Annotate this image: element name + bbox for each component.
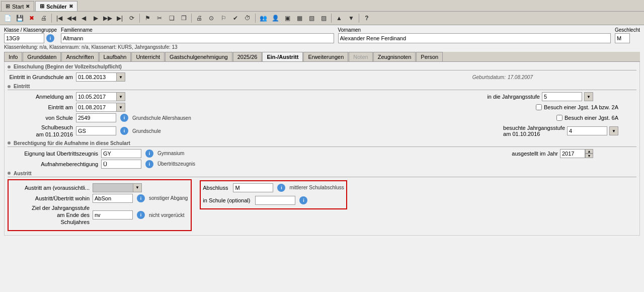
toolbar-img3-btn[interactable]: ▧	[306, 13, 317, 24]
besuch-6a-checkbox[interactable]	[556, 115, 562, 121]
toolbar-prev2-btn[interactable]: ◀◀	[66, 13, 77, 24]
abschluss-info-btn[interactable]: i	[277, 184, 285, 192]
austritt-wohin-info-btn[interactable]: i	[137, 194, 145, 202]
sub-tab-ein-austritt[interactable]: Ein-/Austritt	[262, 52, 303, 61]
toolbar-help-btn[interactable]: ?	[361, 13, 372, 24]
toolbar-new-btn[interactable]: 📄	[2, 13, 13, 24]
eintritt-am-input[interactable]	[76, 103, 116, 112]
toolbar-refresh-btn[interactable]: ⟳	[126, 13, 137, 24]
ziel-info-btn[interactable]: i	[137, 211, 145, 219]
abschluss-name: mittlerer Schulabschluss	[289, 185, 344, 190]
von-schule-info-btn[interactable]: i	[120, 114, 128, 122]
abschluss-input[interactable]	[233, 183, 273, 192]
toolbar-next-btn[interactable]: ▶	[90, 13, 101, 24]
toolbar-cmd4-btn[interactable]: ❒	[178, 13, 189, 24]
austritt-wohin-input[interactable]	[93, 194, 133, 203]
toolbar-circle-btn[interactable]: ⊙	[206, 13, 217, 24]
schulbesuch-row: Schulbesuch am 01.10.2016 i Grundschule …	[8, 124, 636, 138]
toolbar-up-btn[interactable]: ▲	[334, 13, 345, 24]
toolbar-img4-btn[interactable]: ▨	[318, 13, 329, 24]
klasse-info-btn[interactable]: i	[46, 34, 54, 42]
klasse-group: Klasse / Klassengruppe i	[4, 27, 57, 43]
toolbar-first-btn[interactable]: |◀	[54, 13, 65, 24]
jahrgangsstufe-dropdown[interactable]: ▼	[584, 92, 593, 101]
eintritt-am-dropdown[interactable]: ▼	[116, 103, 125, 112]
tab-schueler[interactable]: ⊞ Schüler ✖	[35, 1, 77, 11]
in-schule-info-btn[interactable]: i	[299, 196, 307, 204]
in-schule-input[interactable]	[255, 196, 295, 205]
sub-tab-zeugnisnoten[interactable]: Zeugnisnoten	[373, 52, 416, 61]
austritt-am-input[interactable]	[93, 183, 133, 192]
sub-tab-laufbahn[interactable]: Laufbahn	[99, 52, 131, 61]
besuchte-dropdown[interactable]: ▼	[609, 126, 618, 135]
sub-tab-anschriften[interactable]: Anschriften	[61, 52, 98, 61]
aufnahme-info-btn[interactable]: i	[145, 160, 153, 168]
toolbar-sep-3	[191, 14, 192, 23]
toolbar: 📄 💾 ✖ 🖨 |◀ ◀◀ ◀ ▶ ▶▶ ▶| ⟳ ⚑ ✂ ❑ ❒ 🖨 ⊙ ⚐ …	[0, 12, 644, 25]
sub-tab-2025[interactable]: 2025/26	[233, 52, 262, 61]
eignung-input[interactable]	[101, 149, 141, 158]
von-schule-input[interactable]	[76, 113, 116, 122]
toolbar-flag-btn[interactable]: ⚐	[218, 13, 229, 24]
austritt-am-dropdown[interactable]: ▼	[133, 183, 142, 192]
schulbesuch-info-btn[interactable]: i	[120, 127, 128, 135]
toolbar-next2-btn[interactable]: ▶▶	[102, 13, 113, 24]
jahrgangsstufe-label: in die Jahrgangsstufe	[487, 94, 540, 100]
besuch-6a-group: Besuch einer Jgst. 6A	[556, 115, 618, 121]
austritt-wohin-name: sonstiger Abgang	[149, 195, 188, 201]
toolbar-group2-btn[interactable]: 👤	[270, 13, 281, 24]
toolbar-cmd3-btn[interactable]: ❑	[166, 13, 177, 24]
toolbar-prev-btn[interactable]: ◀	[78, 13, 89, 24]
eignung-info-btn[interactable]: i	[145, 150, 153, 158]
ziel-input[interactable]	[93, 210, 133, 220]
toolbar-sep-5	[331, 14, 332, 23]
ausgestellt-up-btn[interactable]: ▲	[585, 149, 593, 154]
aufnahme-input[interactable]	[101, 160, 141, 169]
vornamen-input[interactable]	[338, 33, 611, 43]
eintritt-grundschule-input[interactable]	[76, 72, 116, 82]
eintritt-am-row: Eintritt am ▼ Besuch einer Jgst. 1A bzw.…	[8, 103, 636, 112]
ausgestellt-label: ausgestellt im Jahr	[512, 151, 558, 157]
klasse-input[interactable]	[4, 33, 44, 43]
eintritt-grundschule-dropdown[interactable]: ▼	[116, 72, 125, 82]
besuch-1a-checkbox[interactable]	[536, 104, 542, 110]
sub-tab-noten[interactable]: Noten	[349, 52, 372, 61]
sub-tab-grunddaten[interactable]: Grunddaten	[23, 52, 61, 61]
austritt-content: Austritt am (voraussichtli... ▼ Austritt…	[8, 179, 636, 232]
toolbar-img1-btn[interactable]: ▣	[282, 13, 293, 24]
tab-start[interactable]: ⊞ Start ✖	[1, 1, 34, 11]
sub-tab-unterricht[interactable]: Unterricht	[131, 52, 165, 61]
toolbar-save-btn[interactable]: 💾	[14, 13, 25, 24]
familienname-input[interactable]	[61, 33, 334, 43]
geschlecht-input[interactable]	[615, 33, 630, 43]
ausgestellt-spinner: ▲ ▼	[560, 149, 593, 158]
besuchte-input[interactable]	[567, 126, 607, 135]
tab-schueler-close[interactable]: ✖	[69, 4, 73, 9]
anmeldung-input[interactable]	[76, 92, 116, 101]
toolbar-back-btn[interactable]: ✖	[26, 13, 37, 24]
toolbar-delete-btn[interactable]: 🖨	[38, 13, 49, 24]
toolbar-last-btn[interactable]: ▶|	[114, 13, 125, 24]
sub-tab-person[interactable]: Person	[416, 52, 443, 61]
jahrgangsstufe-input[interactable]	[542, 92, 582, 101]
tab-start-close[interactable]: ✖	[26, 4, 30, 9]
toolbar-cmd2-btn[interactable]: ✂	[154, 13, 165, 24]
toolbar-down-btn[interactable]: ▼	[346, 13, 357, 24]
schulbesuch-input[interactable]	[76, 126, 116, 135]
sub-tab-bar: Info Grunddaten Anschriften Laufbahn Unt…	[4, 52, 640, 62]
toolbar-cmd1-btn[interactable]: ⚑	[142, 13, 153, 24]
ausgestellt-down-btn[interactable]: ▼	[585, 154, 593, 158]
geburtsdatum-value: 17.08.2007	[508, 75, 533, 80]
aufnahme-label: Aufnahmeberechtigung	[8, 161, 98, 167]
toolbar-clock-btn[interactable]: ⏱	[242, 13, 253, 24]
sub-tab-erweiterungen[interactable]: Erweiterungen	[303, 52, 348, 61]
sub-tab-gastschul[interactable]: Gastschulgenehmigung	[165, 52, 232, 61]
anmeldung-dropdown[interactable]: ▼	[116, 92, 125, 101]
toolbar-print-btn[interactable]: 🖨	[194, 13, 205, 24]
toolbar-group1-btn[interactable]: 👥	[258, 13, 269, 24]
toolbar-check-btn[interactable]: ✔	[230, 13, 241, 24]
ausgestellt-input[interactable]	[560, 149, 585, 158]
toolbar-img2-btn[interactable]: ▦	[294, 13, 305, 24]
sub-tab-info[interactable]: Info	[4, 52, 22, 61]
austritt-section: Austritt Austritt am (voraussichtli... ▼…	[8, 171, 636, 232]
